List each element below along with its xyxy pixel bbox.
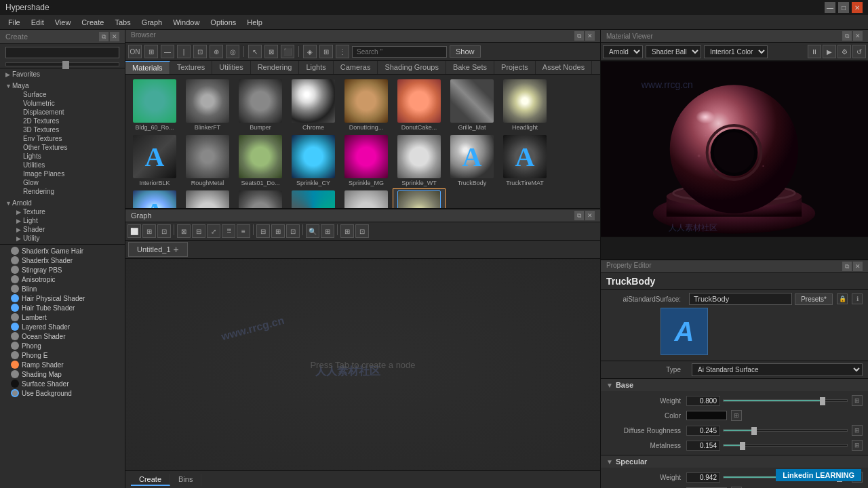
graph-tb-alignv[interactable]: ⊞ bbox=[271, 224, 285, 238]
tab-materials[interactable]: Materials bbox=[125, 61, 170, 74]
create-search-input[interactable] bbox=[5, 47, 119, 58]
shader-ball-select[interactable]: Shader Ball bbox=[646, 45, 701, 58]
toolbar-graph[interactable]: ◈ bbox=[303, 45, 317, 58]
menu-window[interactable]: Window bbox=[167, 17, 205, 28]
mat-phong1[interactable]: phong1 bbox=[340, 188, 393, 208]
shader-hair-tube[interactable]: Hair Tube Shader bbox=[0, 303, 125, 312]
mat-roughmetal[interactable]: RoughMetal bbox=[181, 133, 234, 188]
shader-hair-physical[interactable]: Hair Physical Shader bbox=[0, 293, 125, 303]
tab-lights[interactable]: Lights bbox=[299, 61, 333, 74]
shader-use-background[interactable]: Use Background bbox=[0, 388, 125, 398]
shader-shading-map[interactable]: Shading Map bbox=[0, 369, 125, 379]
toolbar-icon5[interactable]: ⊕ bbox=[210, 45, 223, 58]
tree-maya-imageplanes[interactable]: Image Planes bbox=[14, 169, 122, 178]
mat-particleclo[interactable]: particleClo... bbox=[287, 188, 340, 208]
mat-trucktire[interactable]: A TruckTireMAT bbox=[498, 133, 551, 188]
graph-content[interactable]: www.rrcg.cn 人人素材社区 Press Tab to create a… bbox=[125, 259, 600, 470]
material-preview[interactable]: www.rrcg.cn 人人素材社区 bbox=[601, 61, 868, 237]
diffuse-roughness-value[interactable]: 0.245 bbox=[686, 426, 720, 436]
toolbar-select[interactable]: ↖ bbox=[248, 45, 262, 58]
tree-arnold-texture[interactable]: ▶Texture bbox=[14, 207, 122, 216]
diffuse-roughness-expand[interactable]: ⊞ bbox=[852, 425, 863, 436]
type-select[interactable]: Ai Standard Surface bbox=[692, 363, 863, 376]
mat-sprinklwt[interactable]: Sprinkle_WT bbox=[393, 133, 446, 188]
shader-lambert[interactable]: Lambert bbox=[0, 312, 125, 322]
toolbar-icon3[interactable]: | bbox=[177, 45, 191, 58]
base-weight-expand[interactable]: ⊞ bbox=[852, 395, 863, 406]
toolbar-paint[interactable]: ⬛ bbox=[281, 45, 294, 58]
tab-utilities[interactable]: Utilities bbox=[212, 61, 250, 74]
shader-ocean[interactable]: Ocean Shader bbox=[0, 331, 125, 341]
graph-tab-untitled1[interactable]: Untitled_1 + bbox=[128, 242, 188, 257]
tree-maya-displacement[interactable]: Displacement bbox=[14, 108, 122, 117]
toolbar-node1[interactable]: ⊞ bbox=[319, 45, 333, 58]
tree-maya-rendering[interactable]: Rendering bbox=[14, 187, 122, 196]
toolbar-node2[interactable]: ⋮ bbox=[336, 45, 349, 58]
shader-ramp[interactable]: Ramp Shader bbox=[0, 360, 125, 369]
color-select[interactable]: Interior1 Color bbox=[704, 45, 768, 58]
graph-tb-output[interactable]: ⊟ bbox=[192, 224, 205, 238]
shader-layered[interactable]: Layered Shader bbox=[0, 322, 125, 331]
shader-stingray-pbs[interactable]: Stingray PBS bbox=[0, 265, 125, 274]
diffuse-roughness-handle[interactable] bbox=[751, 427, 757, 435]
tab-asset-nodes[interactable]: Asset Nodes bbox=[536, 61, 592, 74]
maximize-button[interactable]: □ bbox=[838, 2, 849, 13]
browser-close-button[interactable]: ✕ bbox=[585, 31, 595, 41]
graph-close-button[interactable]: ✕ bbox=[585, 211, 595, 220]
menu-help[interactable]: Help bbox=[241, 17, 268, 28]
graph-tb-grid[interactable]: ⊞ bbox=[340, 224, 354, 238]
shader-phong[interactable]: Phong bbox=[0, 341, 125, 350]
mat-window[interactable]: A WindowGl... bbox=[128, 188, 181, 208]
graph-tb-spread[interactable]: ⊡ bbox=[286, 224, 300, 238]
tab-bake-sets[interactable]: Bake Sets bbox=[446, 61, 494, 74]
section-specular-header[interactable]: ▼ Specular bbox=[601, 455, 868, 468]
mv-settings-btn[interactable]: ⚙ bbox=[837, 45, 851, 58]
base-weight-value[interactable]: 0.800 bbox=[686, 396, 720, 406]
base-color-expand[interactable]: ⊞ bbox=[731, 410, 742, 421]
presets-button[interactable]: Presets* bbox=[795, 293, 833, 305]
graph-tb-layout[interactable]: ⠿ bbox=[222, 224, 235, 238]
mat-chrome[interactable]: Chrome bbox=[287, 77, 340, 133]
toolbar-icon4[interactable]: ⊡ bbox=[193, 45, 207, 58]
create-panel-float[interactable]: ⧉ bbox=[99, 32, 108, 41]
shader-blinn[interactable]: Blinn bbox=[0, 284, 125, 293]
mat-lambert5[interactable]: lambert5 bbox=[234, 188, 287, 208]
metalness-expand[interactable]: ⊞ bbox=[852, 440, 863, 451]
base-weight-slider[interactable] bbox=[723, 399, 848, 402]
mat-sprinklcy[interactable]: Sprinkle_CY bbox=[287, 133, 340, 188]
toolbar-toggle-on[interactable]: ON bbox=[128, 45, 142, 58]
mat-headlight[interactable]: Headlight bbox=[498, 77, 551, 133]
menu-file[interactable]: File bbox=[3, 17, 26, 28]
menu-options[interactable]: Options bbox=[205, 17, 241, 28]
mat-shaderglow1[interactable]: shaderGlow1 bbox=[393, 188, 446, 208]
tree-maya-utilities[interactable]: Utilities bbox=[14, 161, 122, 169]
pe-close-button[interactable]: ✕ bbox=[853, 262, 863, 271]
mv-pause-btn[interactable]: ⏸ bbox=[808, 45, 821, 58]
tree-maya-othertextures[interactable]: Other Textures bbox=[14, 143, 122, 152]
graph-tb-bookmark[interactable]: ⊞ bbox=[321, 224, 334, 238]
base-color-swatch[interactable] bbox=[686, 411, 727, 420]
section-base-header[interactable]: ▼ Base bbox=[601, 379, 868, 391]
diffuse-roughness-slider[interactable] bbox=[723, 429, 848, 432]
tree-arnold-root[interactable]: ▼ Arnold bbox=[3, 199, 122, 207]
toolbar-icon6[interactable]: ◎ bbox=[226, 45, 239, 58]
base-weight-handle[interactable] bbox=[820, 397, 825, 405]
tree-maya-root[interactable]: ▼ Maya bbox=[3, 81, 122, 90]
graph-tb-select[interactable]: ⬜ bbox=[127, 224, 141, 238]
metalness-slider[interactable] bbox=[723, 444, 848, 447]
mat-sprinklmg[interactable]: Sprinkle_MG bbox=[340, 133, 393, 188]
toolbar-icon2[interactable]: — bbox=[161, 45, 174, 58]
pe-float-button[interactable]: ⧉ bbox=[842, 262, 852, 271]
shader-shaderfx-shader[interactable]: Shaderfx Shader bbox=[0, 256, 125, 265]
metalness-value[interactable]: 0.154 bbox=[686, 441, 720, 451]
browser-float-button[interactable]: ⧉ bbox=[574, 31, 584, 41]
mat-donuticing[interactable]: DonutIcing... bbox=[340, 77, 393, 133]
shader-phong-e[interactable]: Phong E bbox=[0, 350, 125, 360]
arnold-select[interactable]: Arnold bbox=[603, 45, 643, 58]
graph-tb-alignh[interactable]: ⊟ bbox=[256, 224, 270, 238]
tab-shading-groups[interactable]: Shading Groups bbox=[378, 61, 446, 74]
tree-maya-volumetric[interactable]: Volumetric bbox=[14, 99, 122, 108]
mat-bumper[interactable]: Bumper bbox=[234, 77, 287, 133]
graph-tb-input[interactable]: ⊠ bbox=[177, 224, 191, 238]
graph-float-button[interactable]: ⧉ bbox=[574, 211, 584, 220]
